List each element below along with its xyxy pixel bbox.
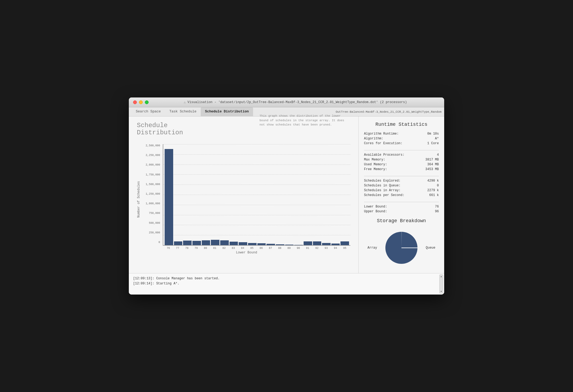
- chart-inner: 2,500,0002,250,0002,000,0001,750,0001,50…: [143, 144, 350, 254]
- chart-container: Number of Schedules 2,500,0002,250,0002,…: [137, 144, 350, 254]
- scroll-up-arrow[interactable]: ▲: [441, 275, 442, 278]
- stat-label: Cores for Execution:: [364, 142, 402, 145]
- stat-row: Lower Bound:76: [364, 204, 439, 209]
- bar: [174, 241, 183, 245]
- x-label: 81: [211, 247, 219, 250]
- bar: [183, 241, 192, 245]
- stat-label: Schedules in Queue:: [364, 184, 401, 187]
- x-label: 77: [173, 247, 182, 250]
- y-tick: 2,000,000: [146, 163, 160, 166]
- console-text: [12:09:13]: Console Manager has been sta…: [133, 276, 440, 286]
- stat-label: Algorithm Runtime:: [364, 132, 399, 136]
- scrollbar[interactable]: ▲ ▼: [439, 275, 443, 293]
- runtime-stats-title: Runtime Statistics: [364, 122, 439, 127]
- stat-row: Cores for Execution:1 Core: [364, 141, 439, 146]
- minimize-button[interactable]: [139, 100, 143, 104]
- stat-label: Upper Bound:: [364, 210, 387, 213]
- close-button[interactable]: [133, 100, 137, 104]
- y-tick: 1,250,000: [146, 193, 160, 195]
- stat-row: Used Memory:364 MB: [364, 162, 439, 167]
- stats-group-1: Algorithm Runtime:0m 10sAlgorithm:A*Core…: [364, 131, 439, 146]
- array-label: Array: [367, 246, 377, 250]
- bar: [294, 245, 303, 245]
- bar: [230, 242, 238, 245]
- x-label: 92: [313, 247, 321, 250]
- x-label: 84: [238, 247, 247, 250]
- divider-3: [364, 202, 439, 202]
- x-label: 79: [192, 247, 200, 250]
- stat-row: Schedules per Second:661 k: [364, 193, 439, 198]
- console-area: [12:09:13]: Console Manager has been sta…: [129, 273, 444, 295]
- queue-label: Queue: [426, 246, 435, 250]
- bars-area: [163, 144, 350, 246]
- stats-area: Runtime Statistics Algorithm Runtime:0m …: [359, 116, 444, 273]
- dataset-label: OutTree-Balanced-MaxBf-3_Nodes_21_CCR_2.…: [336, 110, 442, 113]
- stat-value: 3453 MB: [425, 167, 439, 171]
- stat-label: Used Memory:: [364, 163, 387, 166]
- chart-title: Schedule Distribution: [137, 122, 190, 136]
- divider-1: [364, 150, 439, 150]
- x-label: 95: [340, 247, 349, 250]
- tab-schedule-distribution[interactable]: Schedule Distribution: [201, 107, 253, 116]
- stat-row: Available Processors:4: [364, 152, 439, 157]
- stat-value: 0: [437, 184, 439, 187]
- stat-row: Upper Bound:96: [364, 209, 439, 214]
- stat-label: Algorithm:: [364, 137, 383, 140]
- stat-value: 0m 10s: [427, 132, 439, 136]
- bar: [239, 242, 247, 245]
- y-tick: 1,500,000: [146, 183, 160, 186]
- scroll-down-arrow[interactable]: ▼: [441, 290, 442, 293]
- stat-value: 96: [435, 210, 439, 213]
- bar: [202, 240, 210, 245]
- stat-label: Schedules in Array:: [364, 189, 401, 192]
- stat-value: 4: [437, 153, 439, 157]
- x-label: 89: [285, 247, 293, 250]
- stat-value: 3817 MB: [425, 158, 439, 162]
- pie-container: Array Queue: [364, 228, 439, 268]
- stat-label: Available Processors:: [364, 153, 404, 157]
- bar: [304, 241, 312, 245]
- stat-value: A*: [435, 137, 439, 140]
- x-label: 85: [248, 247, 256, 250]
- tab-task-schedule[interactable]: Task Schedule: [165, 107, 201, 116]
- stat-row: Free Memory:3453 MB: [364, 167, 439, 172]
- bar: [276, 244, 284, 245]
- x-axis-labels: 7677787980818283848586878889909192939495: [163, 246, 350, 250]
- x-label: 86: [257, 247, 266, 250]
- bar: [285, 245, 294, 245]
- console-line: [12:09:14]: Starting A*.: [133, 281, 440, 286]
- stat-label: Free Memory:: [364, 167, 387, 171]
- x-label: 83: [229, 247, 238, 250]
- main-content: Schedule Distribution This graph shows t…: [129, 116, 444, 273]
- stat-label: Schedules per Second:: [364, 193, 404, 197]
- stat-label: Lower Bound:: [364, 205, 387, 209]
- y-axis-ticks: 2,500,0002,250,0002,000,0001,750,0001,50…: [143, 144, 161, 244]
- stats-group-2: Available Processors:4Max Memory:3817 MB…: [364, 152, 439, 172]
- y-tick: 0: [158, 241, 160, 244]
- x-label: 93: [322, 247, 331, 250]
- bars-wrapper: [163, 144, 350, 245]
- bar: [257, 243, 266, 245]
- y-tick: 500,000: [149, 222, 160, 225]
- tab-search-space[interactable]: Search Space: [131, 107, 165, 116]
- x-label: 94: [331, 247, 340, 250]
- warning-icon: ⚠: [184, 100, 186, 104]
- app-window: ⚠ Visualisation - 'dataset/input/2p_OutT…: [129, 97, 444, 295]
- x-label: 91: [303, 247, 312, 250]
- y-tick: 250,000: [149, 231, 160, 234]
- x-label: 76: [164, 247, 173, 250]
- x-label: 87: [266, 247, 275, 250]
- stat-value: 661 k: [429, 193, 439, 197]
- y-axis-label: Number of Schedules: [137, 144, 141, 254]
- pie-chart: [381, 228, 421, 268]
- maximize-button[interactable]: [145, 100, 149, 104]
- x-label: 88: [276, 247, 284, 250]
- storage-breakdown-title: Storage Breakdown: [364, 218, 439, 224]
- stat-label: Schedules Explored:: [364, 179, 401, 183]
- bar: [220, 240, 229, 245]
- stat-value: 2279 k: [427, 189, 439, 192]
- stats-group-3: Schedules Explored:4290 kSchedules in Qu…: [364, 178, 439, 198]
- y-tick: 1,750,000: [146, 173, 160, 176]
- bar: [266, 244, 275, 245]
- y-tick: 2,500,000: [146, 144, 160, 147]
